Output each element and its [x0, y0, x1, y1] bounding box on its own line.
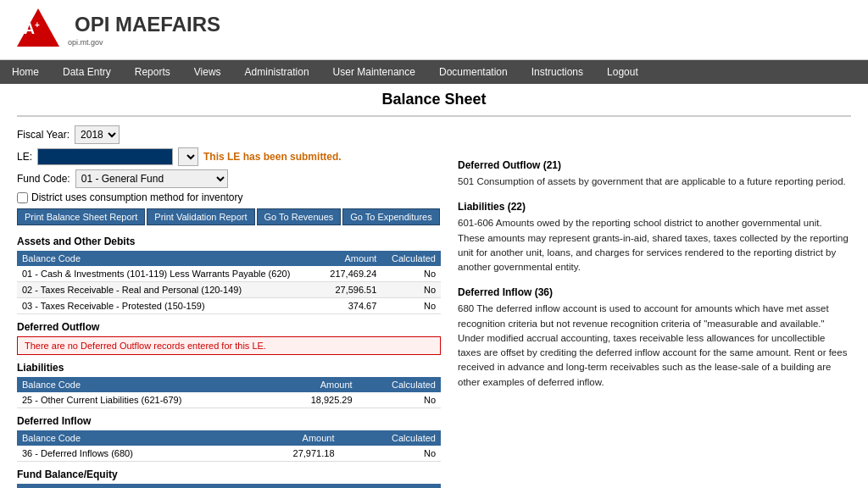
table-row: 01 - Cash & Investments (101-119) Less W… — [17, 266, 441, 282]
fiscal-year-label: Fiscal Year: — [17, 129, 70, 141]
fund-balance-col-code: Balance Code — [17, 484, 248, 488]
nav-administration[interactable]: Administration — [233, 60, 321, 84]
deferred-inflow-col-code: Balance Code — [17, 430, 243, 446]
assets-col-calc: Calculated — [381, 251, 441, 266]
assets-section-title: Assets and Other Debits — [17, 236, 441, 247]
le-input[interactable] — [37, 148, 173, 165]
fund-code-label: Fund Code: — [17, 173, 70, 185]
row-code: 01 - Cash & Investments (101-119) Less W… — [17, 266, 320, 282]
info-deferred-inflow: Deferred Inflow (36) 680 The deferred in… — [458, 286, 851, 390]
liabilities-col-amount: Amount — [278, 377, 358, 392]
fund-balance-col-amount: Amount — [248, 484, 347, 488]
consumption-label: District uses consumption method for inv… — [31, 191, 242, 203]
action-buttons: Print Balance Sheet Report Print Validat… — [17, 208, 441, 225]
row-calculated: No — [340, 446, 442, 462]
print-balance-button[interactable]: Print Balance Sheet Report — [17, 208, 145, 225]
fiscal-year-select[interactable]: 2018 — [75, 125, 120, 144]
info-deferred-outflow-text: 501 Consumption of assets by government … — [458, 175, 851, 189]
deferred-outflow-message: There are no Deferred Outflow records en… — [17, 336, 441, 355]
row-code: 02 - Taxes Receivable - Real and Persona… — [17, 282, 320, 298]
row-amount: 27,596.51 — [320, 282, 381, 298]
deferred-inflow-col-amount: Amount — [243, 430, 340, 446]
fund-code-select[interactable]: 01 - General Fund — [75, 169, 228, 188]
main-content: Fiscal Year: 2018 LE: This LE has been s… — [0, 117, 868, 488]
nav-documentation[interactable]: Documentation — [427, 60, 520, 84]
row-code: 36 - Deferred Inflows (680) — [17, 446, 243, 462]
logo-aplus-icon: A+ — [24, 20, 40, 38]
row-amount: 27,971.18 — [243, 446, 340, 462]
goto-expenditures-button[interactable]: Go To Expenditures — [342, 208, 439, 225]
table-row: 03 - Taxes Receivable - Protested (150-1… — [17, 298, 441, 314]
row-code: 25 - Other Current Liabilities (621-679) — [17, 392, 278, 408]
deferred-inflow-table: Balance Code Amount Calculated 36 - Defe… — [17, 430, 441, 462]
row-calculated: No — [381, 298, 441, 314]
nav-data-entry[interactable]: Data Entry — [51, 60, 123, 84]
nav-logout[interactable]: Logout — [595, 60, 650, 84]
nav-views[interactable]: Views — [182, 60, 233, 84]
fund-balance-col-calc: Calculated — [346, 484, 441, 488]
row-amount: 217,469.24 — [320, 266, 381, 282]
deferred-inflow-col-calc: Calculated — [340, 430, 442, 446]
assets-table: Balance Code Amount Calculated 01 - Cash… — [17, 251, 441, 314]
info-deferred-inflow-title: Deferred Inflow (36) — [458, 286, 851, 298]
print-validation-button[interactable]: Print Validation Report — [147, 208, 254, 225]
assets-col-code: Balance Code — [17, 251, 320, 266]
table-row: 36 - Deferred Inflows (680)27,971.18No — [17, 446, 441, 462]
deferred-outflow-section-title: Deferred Outflow — [17, 321, 441, 333]
logo-area: A+ OPI MAEFAIRS opi.mt.gov — [17, 8, 220, 51]
nav-bar: Home Data Entry Reports Views Administra… — [0, 60, 868, 84]
nav-instructions[interactable]: Instructions — [520, 60, 595, 84]
nav-reports[interactable]: Reports — [123, 60, 182, 84]
le-label: LE: — [17, 151, 32, 163]
goto-revenues-button[interactable]: Go To Revenues — [257, 208, 342, 225]
header: A+ OPI MAEFAIRS opi.mt.gov — [0, 0, 868, 60]
submitted-text: This LE has been submitted. — [203, 151, 342, 163]
fiscal-year-row: Fiscal Year: 2018 — [17, 125, 441, 144]
fund-balance-section-title: Fund Balance/Equity — [17, 469, 441, 480]
fund-code-row: Fund Code: 01 - General Fund — [17, 169, 441, 188]
right-panel: Deferred Outflow (21) 501 Consumption of… — [458, 125, 851, 488]
consumption-checkbox[interactable] — [17, 192, 28, 203]
info-deferred-outflow: Deferred Outflow (21) 501 Consumption of… — [458, 159, 851, 189]
logo-text-group: OPI MAEFAIRS opi.mt.gov — [68, 13, 220, 47]
left-panel: Fiscal Year: 2018 LE: This LE has been s… — [17, 125, 441, 488]
row-calculated: No — [381, 266, 441, 282]
table-row: 02 - Taxes Receivable - Real and Persona… — [17, 282, 441, 298]
table-row: 25 - Other Current Liabilities (621-679)… — [17, 392, 441, 408]
app-title: OPI MAEFAIRS — [75, 13, 220, 36]
fund-balance-table: Balance Code Amount Calculated 48 - Fund… — [17, 484, 441, 488]
logo-box: A+ — [17, 8, 59, 51]
liabilities-col-code: Balance Code — [17, 377, 278, 392]
info-liabilities-text: 601-606 Amounts owed by the reporting sc… — [458, 216, 851, 274]
nav-home[interactable]: Home — [0, 60, 51, 84]
le-select[interactable] — [178, 147, 198, 166]
row-calculated: No — [381, 282, 441, 298]
row-code: 03 - Taxes Receivable - Protested (150-1… — [17, 298, 320, 314]
row-calculated: No — [358, 392, 441, 408]
logo-url: opi.mt.gov — [68, 38, 220, 47]
deferred-inflow-section-title: Deferred Inflow — [17, 415, 441, 427]
assets-col-amount: Amount — [320, 251, 381, 266]
info-liabilities: Liabilities (22) 601-606 Amounts owed by… — [458, 201, 851, 274]
info-deferred-inflow-text: 680 The deferred inflow account is used … — [458, 302, 851, 390]
le-row: LE: This LE has been submitted. — [17, 147, 441, 166]
checkbox-row: District uses consumption method for inv… — [17, 191, 441, 203]
nav-user-maintenance[interactable]: User Maintenance — [321, 60, 427, 84]
liabilities-section-title: Liabilities — [17, 362, 441, 374]
page-title: Balance Sheet — [17, 84, 851, 117]
info-deferred-outflow-title: Deferred Outflow (21) — [458, 159, 851, 171]
row-amount: 18,925.29 — [278, 392, 358, 408]
liabilities-col-calc: Calculated — [358, 377, 441, 392]
info-liabilities-title: Liabilities (22) — [458, 201, 851, 213]
liabilities-table: Balance Code Amount Calculated 25 - Othe… — [17, 377, 441, 408]
row-amount: 374.67 — [320, 298, 381, 314]
